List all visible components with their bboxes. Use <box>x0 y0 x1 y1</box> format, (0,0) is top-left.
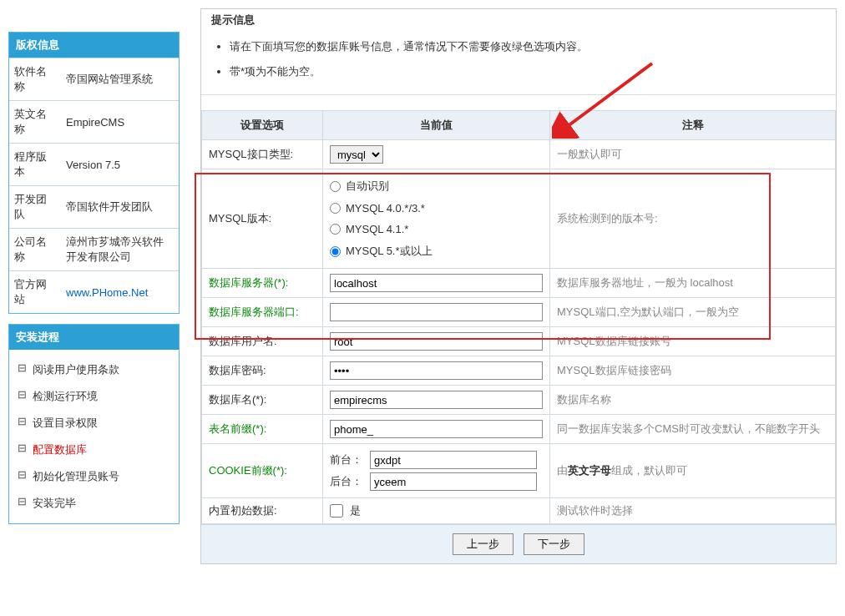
copyright-title: 版权信息 <box>9 33 179 58</box>
button-bar: 上一步 下一步 <box>201 524 836 563</box>
th-note: 注释 <box>550 111 836 140</box>
cookie-front-input[interactable] <box>370 451 537 469</box>
mysql-ver-options: 自动识别MYSQL 4.0.*/3.*MYSQL 4.1.*MYSQL 5.*或… <box>323 169 550 269</box>
pwd-label: 数据库密码: <box>202 356 323 386</box>
copyright-panel: 版权信息 软件名称帝国网站管理系统英文名称EmpireCMS程序版本Versio… <box>8 32 180 314</box>
cookie-note: 由英文字母组成，默认即可 <box>550 444 836 498</box>
progress-step: 阅读用户使用条款 <box>9 356 179 383</box>
server-input[interactable] <box>330 274 543 292</box>
port-input[interactable] <box>330 303 543 321</box>
mysql-ver-note: 系统检测到的版本号: <box>550 169 836 269</box>
dbname-label: 数据库名(*): <box>202 386 323 415</box>
tip-line: 带*项为不能为空。 <box>230 59 826 84</box>
mysql-ver-radio[interactable] <box>330 246 341 257</box>
server-label: 数据库服务器(*): <box>202 269 323 298</box>
initdata-note: 测试软件时选择 <box>550 498 836 524</box>
dbname-input[interactable] <box>330 391 543 409</box>
mysql-type-label: MYSQL接口类型: <box>202 140 323 169</box>
progress-step: 设置目录权限 <box>9 410 179 437</box>
cookie-back-input[interactable] <box>370 472 537 491</box>
port-note: MYSQL端口,空为默认端口，一般为空 <box>550 298 836 327</box>
prefix-note: 同一数据库安装多个CMS时可改变默认，不能数字开头 <box>550 415 836 444</box>
tips-title: 提示信息 <box>211 13 826 28</box>
progress-panel: 安装进程 阅读用户使用条款检测运行环境设置目录权限配置数据库初始化管理员账号安装… <box>8 324 180 524</box>
dbname-note: 数据库名称 <box>550 386 836 415</box>
progress-step: 配置数据库 <box>9 437 179 463</box>
mysql-ver-radio[interactable] <box>330 224 341 235</box>
user-label: 数据库用户名: <box>202 327 323 356</box>
progress-step: 初始化管理员账号 <box>9 463 179 490</box>
prev-button[interactable]: 上一步 <box>453 533 514 555</box>
mysql-ver-radio[interactable] <box>330 203 341 214</box>
info-value: 帝国网站管理系统 <box>61 58 179 101</box>
mysql-type-select[interactable]: mysql <box>330 145 383 164</box>
copyright-table: 软件名称帝国网站管理系统英文名称EmpireCMS程序版本Version 7.5… <box>9 58 179 313</box>
server-note: 数据库服务器地址，一般为 localhost <box>550 269 836 298</box>
progress-step: 安装完毕 <box>9 490 179 517</box>
next-button[interactable]: 下一步 <box>524 533 584 555</box>
progress-step: 检测运行环境 <box>9 383 179 410</box>
info-value: 漳州市芗城帝兴软件开发有限公司 <box>61 229 179 271</box>
initdata-label: 内置初始数据: <box>202 498 323 524</box>
mysql-ver-label: MYSQL版本: <box>202 169 323 269</box>
info-key: 开发团队 <box>9 186 61 229</box>
pwd-note: MYSQL数据库链接密码 <box>550 356 836 386</box>
info-key: 官方网站 <box>9 271 61 314</box>
info-key: 英文名称 <box>9 101 61 144</box>
info-key: 软件名称 <box>9 58 61 101</box>
tips-list: 请在下面填写您的数据库账号信息，通常情况下不需要修改绿色选项内容。带*项为不能为… <box>211 34 826 84</box>
official-site-link[interactable]: www.PHome.Net <box>66 286 148 299</box>
info-value: 帝国软件开发团队 <box>61 186 179 229</box>
tip-line: 请在下面填写您的数据库账号信息，通常情况下不需要修改绿色选项内容。 <box>230 34 826 59</box>
cookie-label: COOKIE前缀(*): <box>202 444 323 498</box>
info-value: www.PHome.Net <box>61 271 179 314</box>
prefix-label: 表名前缀(*): <box>202 415 323 444</box>
pwd-input[interactable] <box>330 361 543 380</box>
mysql-ver-radio[interactable] <box>330 181 341 192</box>
cookie-front-label: 前台： <box>330 452 365 467</box>
port-label: 数据库服务器端口: <box>202 298 323 327</box>
initdata-checkbox[interactable] <box>330 504 343 518</box>
tips-section: 提示信息 请在下面填写您的数据库账号信息，通常情况下不需要修改绿色选项内容。带*… <box>201 9 836 95</box>
mysql-type-note: 一般默认即可 <box>550 140 836 169</box>
prefix-input[interactable] <box>330 420 543 438</box>
info-value: EmpireCMS <box>61 101 179 144</box>
progress-title: 安装进程 <box>9 325 179 350</box>
info-value: Version 7.5 <box>61 144 179 186</box>
main-panel: 提示信息 请在下面填写您的数据库账号信息，通常情况下不需要修改绿色选项内容。带*… <box>200 8 837 564</box>
th-value: 当前值 <box>323 111 550 140</box>
user-input[interactable] <box>330 332 543 351</box>
info-key: 程序版本 <box>9 144 61 186</box>
info-key: 公司名称 <box>9 229 61 271</box>
progress-list: 阅读用户使用条款检测运行环境设置目录权限配置数据库初始化管理员账号安装完毕 <box>9 350 179 523</box>
user-note: MYSQL数据库链接账号 <box>550 327 836 356</box>
cookie-back-label: 后台： <box>330 474 365 489</box>
th-option: 设置选项 <box>202 111 323 140</box>
config-table: 设置选项 当前值 注释 MYSQL接口类型: mysql 一般默认即可 MYSQ… <box>201 110 836 524</box>
